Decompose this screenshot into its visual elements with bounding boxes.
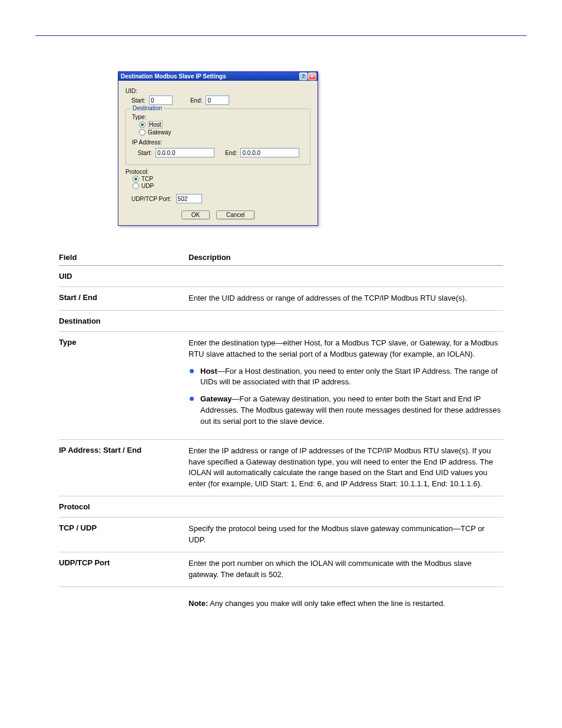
type-label: Type: xyxy=(132,114,304,120)
radio-gateway[interactable]: Gateway xyxy=(139,129,304,136)
cell-field: Protocol xyxy=(59,502,189,511)
destination-legend: Destination xyxy=(131,105,164,111)
list-item: Gateway—For a Gateway destination, you n… xyxy=(189,394,503,427)
radio-icon xyxy=(133,176,139,182)
table-row: IP Address: Start / End Enter the IP add… xyxy=(59,440,503,496)
uid-start-label: Start: xyxy=(131,97,146,104)
uid-label: UID: xyxy=(125,88,310,94)
help-icon[interactable]: ? xyxy=(299,73,308,80)
dialog-body: UID: Start: End: Destination Type: Host … xyxy=(118,81,318,225)
table-row: TCP / UDP Specify the protocol being use… xyxy=(59,518,503,552)
tcp-label: TCP xyxy=(141,176,153,182)
radio-udp[interactable]: UDP xyxy=(133,183,310,189)
doc-table: Field Description UID Start / End Enter … xyxy=(59,249,503,608)
radio-tcp[interactable]: TCP xyxy=(133,176,310,182)
ip-end-input[interactable] xyxy=(240,148,299,157)
uid-start-input[interactable] xyxy=(149,95,173,105)
cell-field: Start / End xyxy=(59,293,189,304)
uid-end-input[interactable] xyxy=(206,95,229,105)
destination-group: Destination Type: Host Gateway IP Addres… xyxy=(125,108,310,165)
th-desc: Description xyxy=(189,249,503,265)
ip-start-input[interactable] xyxy=(156,148,214,157)
close-icon[interactable]: × xyxy=(308,73,316,80)
dialog-title: Destination Modbus Slave IP Settings xyxy=(121,73,299,80)
ok-button[interactable]: OK xyxy=(181,210,210,219)
table-row: UID xyxy=(59,266,503,287)
cell-field: UID xyxy=(59,272,189,281)
cancel-button[interactable]: Cancel xyxy=(216,210,254,219)
ip-start-label: Start: xyxy=(138,150,152,156)
radio-host[interactable]: Host xyxy=(139,121,304,129)
cell-field: Type xyxy=(59,338,189,433)
table-header: Field Description xyxy=(59,249,503,266)
note: Note: Any changes you make will only tak… xyxy=(59,587,503,608)
cell-field: TCP / UDP xyxy=(59,523,189,546)
ip-label: IP Address: xyxy=(132,139,304,146)
cell-desc: Enter the IP address or range of IP addr… xyxy=(189,446,503,490)
table-row: Type Enter the destination type—either H… xyxy=(59,332,503,440)
radio-icon xyxy=(139,121,146,128)
th-field: Field xyxy=(59,249,189,265)
port-input[interactable] xyxy=(176,194,202,203)
list-item: Host—For a Host destination, you need to… xyxy=(189,366,503,388)
protocol-label: Protocol: xyxy=(125,169,310,175)
radio-icon xyxy=(139,129,146,136)
cell-field: IP Address: Start / End xyxy=(59,446,189,490)
cell-desc: Enter the port number on which the IOLAN… xyxy=(189,558,503,581)
note-text: Any changes you make will only take effe… xyxy=(208,599,445,608)
table-row: Protocol xyxy=(59,496,503,518)
dialog-window: Destination Modbus Slave IP Settings ? ×… xyxy=(118,71,318,226)
gateway-label: Gateway xyxy=(148,129,171,136)
uid-end-label: End: xyxy=(190,97,203,104)
note-label: Note: xyxy=(189,599,208,608)
table-row: Destination xyxy=(59,311,503,332)
cell-desc: Enter the destination type—either Host, … xyxy=(189,338,503,433)
radio-icon xyxy=(133,183,139,189)
cell-field: UDP/TCP Port xyxy=(59,558,189,581)
table-row: UDP/TCP Port Enter the port number on wh… xyxy=(59,552,503,587)
dialog-titlebar: Destination Modbus Slave IP Settings ? × xyxy=(118,72,318,81)
udp-label: UDP xyxy=(141,183,154,189)
cell-desc: Specify the protocol being used for the … xyxy=(189,523,503,546)
ip-end-label: End: xyxy=(225,150,237,156)
cell-desc: Enter the UID address or range of addres… xyxy=(189,293,503,304)
table-row: Start / End Enter the UID address or ran… xyxy=(59,287,503,311)
host-label: Host xyxy=(148,121,163,129)
cell-field: Destination xyxy=(59,317,189,325)
para: Enter the destination type—either Host, … xyxy=(189,338,503,360)
port-label: UDP/TCP Port: xyxy=(131,196,171,202)
